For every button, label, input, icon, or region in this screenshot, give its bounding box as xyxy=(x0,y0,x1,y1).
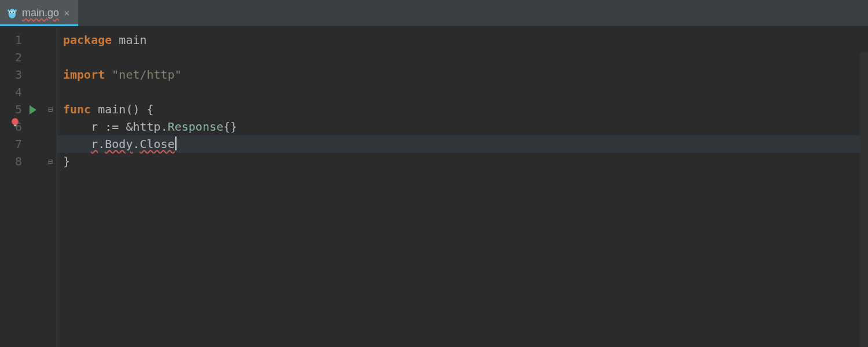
tab-main-go[interactable]: main.go × xyxy=(0,0,78,26)
line-number[interactable]: 5 xyxy=(0,101,22,118)
svg-point-3 xyxy=(10,12,11,13)
svg-rect-8 xyxy=(14,125,17,127)
fold-toggle-icon[interactable]: ⊟ xyxy=(48,101,53,118)
text-caret xyxy=(175,136,176,150)
code-token: } xyxy=(63,154,70,168)
code-token: http xyxy=(133,120,160,134)
run-icon[interactable] xyxy=(30,105,36,115)
code-line[interactable]: r.Body.Close xyxy=(57,135,868,153)
code-token: . xyxy=(161,120,168,134)
code-line[interactable]: func main() { xyxy=(63,101,868,118)
scrollbar-track[interactable] xyxy=(860,53,868,347)
code-token: r xyxy=(91,120,98,134)
fold-toggle-icon[interactable]: ⊟ xyxy=(48,153,53,170)
code-line[interactable]: package main xyxy=(63,31,868,49)
code-token: () { xyxy=(126,102,153,116)
line-number[interactable]: 2 xyxy=(0,49,22,66)
line-number[interactable]: 4 xyxy=(0,83,22,101)
code-token: main xyxy=(98,102,126,116)
code-token: Body xyxy=(105,137,133,151)
code-token: main xyxy=(119,33,146,47)
gopher-icon xyxy=(7,7,17,20)
close-icon[interactable]: × xyxy=(64,8,70,19)
line-number-gutter[interactable]: 12345678 xyxy=(0,27,22,347)
svg-point-0 xyxy=(9,9,16,18)
code-token: r xyxy=(91,137,98,151)
code-token: {} xyxy=(223,120,237,134)
line-number[interactable]: 8 xyxy=(0,153,22,170)
code-token: . xyxy=(98,137,105,151)
code-line[interactable] xyxy=(63,83,868,101)
code-token: package xyxy=(63,33,112,47)
line-number[interactable]: 1 xyxy=(0,31,22,49)
code-line[interactable] xyxy=(63,49,868,66)
tab-bar: main.go × xyxy=(0,0,868,27)
code-token: Response xyxy=(168,120,223,134)
svg-point-7 xyxy=(12,118,19,125)
svg-point-4 xyxy=(13,12,14,13)
code-token: import xyxy=(63,68,105,82)
code-token: func xyxy=(63,102,91,116)
code-token: . xyxy=(133,137,139,151)
code-line[interactable]: import "net/http" xyxy=(63,66,868,83)
tab-filename: main.go xyxy=(22,7,59,19)
code-token: Close xyxy=(139,137,174,151)
code-token: "net/http" xyxy=(112,68,181,82)
code-line[interactable]: r := &http.Response{} xyxy=(63,118,868,135)
svg-point-5 xyxy=(8,9,9,12)
intention-bulb-icon[interactable] xyxy=(10,117,20,128)
svg-point-6 xyxy=(15,9,17,12)
line-number[interactable]: 7 xyxy=(0,135,22,153)
editor: 12345678 ⊟⊟ package mainimport "net/http… xyxy=(0,27,868,347)
code-token: := xyxy=(105,120,119,134)
run-gutter[interactable] xyxy=(22,27,44,347)
line-number[interactable]: 3 xyxy=(0,66,22,83)
code-area[interactable]: package mainimport "net/http"func main()… xyxy=(57,27,868,347)
fold-gutter[interactable]: ⊟⊟ xyxy=(44,27,57,347)
code-line[interactable]: } xyxy=(63,153,868,170)
code-token: & xyxy=(126,120,133,134)
